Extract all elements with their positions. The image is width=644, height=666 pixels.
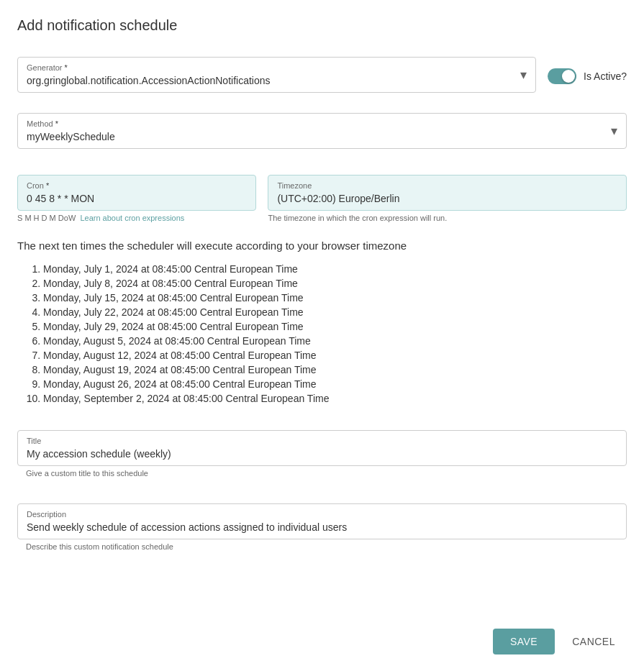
description-hint: Describe this custom notification schedu… <box>17 542 627 551</box>
bottom-bar: SAVE CANCEL <box>0 617 644 666</box>
schedule-title: The next ten times the scheduler will ex… <box>17 240 627 252</box>
cron-value: 0 45 8 * * MON <box>27 193 247 204</box>
list-item: Monday, July 1, 2024 at 08:45:00 Central… <box>43 263 627 275</box>
list-item: Monday, July 29, 2024 at 08:45:00 Centra… <box>43 321 627 332</box>
generator-value: org.gringlobal.notification.AccessionAct… <box>27 75 520 86</box>
title-hint: Give a custom title to this schedule <box>17 469 627 478</box>
method-row: Method myWeeklySchedule ▾ <box>17 113 627 149</box>
schedule-section: The next ten times the scheduler will ex… <box>17 240 627 404</box>
timezone-value: (UTC+02:00) Europe/Berlin <box>277 193 617 204</box>
list-item: Monday, July 22, 2024 at 08:45:00 Centra… <box>43 306 627 318</box>
timezone-hint: The timezone in which the cron expressio… <box>268 214 627 222</box>
schedule-list: Monday, July 1, 2024 at 08:45:00 Central… <box>17 263 627 404</box>
cron-hint-static: S M H D M DoW <box>17 214 76 222</box>
title-label: Title <box>27 437 617 445</box>
description-field-row: Description Send weekly schedule of acce… <box>17 503 627 551</box>
page-container: Add notification schedule Generator org.… <box>0 0 644 666</box>
timezone-label: Timezone <box>277 181 617 190</box>
list-item: Monday, July 15, 2024 at 08:45:00 Centra… <box>43 292 627 304</box>
generator-dropdown-icon[interactable]: ▾ <box>520 68 527 81</box>
list-item: Monday, August 19, 2024 at 08:45:00 Cent… <box>43 364 627 375</box>
title-field[interactable]: Title My accession schedule (weekly) <box>17 430 627 466</box>
cancel-button[interactable]: CANCEL <box>561 629 627 654</box>
timezone-section: Timezone (UTC+02:00) Europe/Berlin The t… <box>268 175 627 222</box>
is-active-wrapper: Is Active? <box>548 57 627 96</box>
cron-hint: S M H D M DoW Learn about cron expressio… <box>17 214 256 222</box>
method-field[interactable]: Method myWeeklySchedule ▾ <box>17 113 627 149</box>
list-item: Monday, August 12, 2024 at 08:45:00 Cent… <box>43 350 627 361</box>
page-title: Add notification schedule <box>17 17 627 34</box>
cron-learn-link[interactable]: Learn about cron expressions <box>80 214 184 222</box>
is-active-toggle[interactable] <box>548 68 576 84</box>
description-label: Description <box>27 510 617 519</box>
cron-label: Cron <box>27 181 247 190</box>
list-item: Monday, July 8, 2024 at 08:45:00 Central… <box>43 278 627 289</box>
cron-timezone-row: Cron 0 45 8 * * MON S M H D M DoW Learn … <box>17 175 627 222</box>
method-value: myWeeklySchedule <box>27 131 611 142</box>
is-active-label: Is Active? <box>584 70 627 82</box>
cron-field[interactable]: Cron 0 45 8 * * MON <box>17 175 256 211</box>
list-item: Monday, August 5, 2024 at 08:45:00 Centr… <box>43 335 627 347</box>
generator-row: Generator org.gringlobal.notification.Ac… <box>17 57 627 96</box>
method-label: Method <box>27 119 611 128</box>
description-value: Send weekly schedule of accession action… <box>27 521 617 533</box>
method-dropdown-icon[interactable]: ▾ <box>611 124 617 137</box>
timezone-field[interactable]: Timezone (UTC+02:00) Europe/Berlin <box>268 175 627 211</box>
cron-section: Cron 0 45 8 * * MON S M H D M DoW Learn … <box>17 175 256 222</box>
list-item: Monday, September 2, 2024 at 08:45:00 Ce… <box>43 393 627 404</box>
generator-field[interactable]: Generator org.gringlobal.notification.Ac… <box>17 57 536 93</box>
save-button[interactable]: SAVE <box>493 629 555 654</box>
generator-label: Generator <box>27 63 520 72</box>
description-field[interactable]: Description Send weekly schedule of acce… <box>17 503 627 539</box>
list-item: Monday, August 26, 2024 at 08:45:00 Cent… <box>43 378 627 390</box>
title-field-row: Title My accession schedule (weekly) Giv… <box>17 430 627 478</box>
title-value: My accession schedule (weekly) <box>27 448 617 460</box>
